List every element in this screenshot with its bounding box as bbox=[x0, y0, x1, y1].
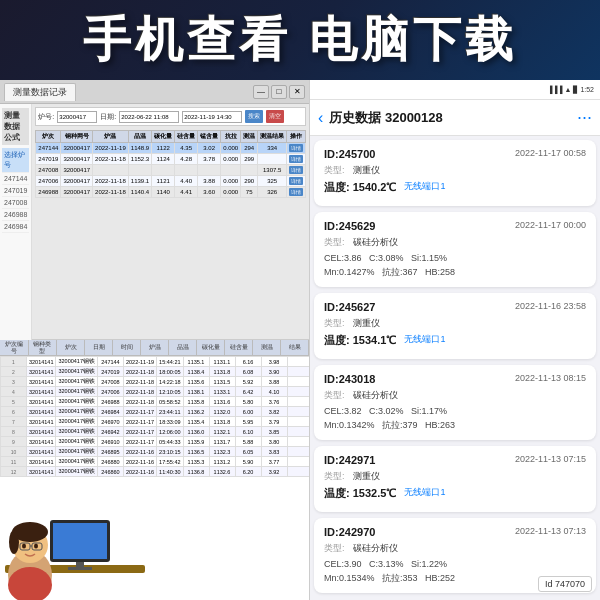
search-button[interactable]: 搜索 bbox=[245, 110, 263, 123]
record-card[interactable]: ID:2430182022-11-13 08:15类型:碳硅分析仪CEL:3.8… bbox=[314, 365, 596, 440]
sheet-row: 73201414132000417钢铁2469702022-11-1718:33… bbox=[1, 417, 310, 427]
sidebar-item-3[interactable]: 247008 bbox=[2, 197, 29, 209]
sheet-row: 93201414132000417钢铁2469102022-11-1705:44… bbox=[1, 437, 310, 447]
furnace-input[interactable] bbox=[57, 111, 97, 123]
svg-rect-2 bbox=[53, 523, 107, 559]
mobile-status-bar: ▐▐▐ ▲ ▊ 1:52 bbox=[310, 80, 600, 100]
type-value: 测重仪 bbox=[353, 470, 380, 483]
record-date: 2022-11-13 07:13 bbox=[515, 526, 586, 538]
record-date: 2022-11-17 00:00 bbox=[515, 220, 586, 232]
detail-row: 温度: 1534.1℃无线端口1 bbox=[324, 333, 586, 348]
detail-row: 温度: 1532.5℃无线端口1 bbox=[324, 486, 586, 501]
type-value: 测重仪 bbox=[353, 164, 380, 177]
record-card[interactable]: ID:2457002022-11-17 00:58类型:测重仪温度: 1540.… bbox=[314, 140, 596, 206]
type-label: 类型: bbox=[324, 542, 345, 555]
col-e: 时间 bbox=[113, 340, 141, 355]
col-f: 炉温 bbox=[141, 340, 169, 355]
back-button[interactable]: ‹ bbox=[318, 109, 323, 127]
close-btn[interactable]: ✕ bbox=[289, 85, 305, 99]
col-header-mn: 锰含量 bbox=[198, 131, 221, 143]
clear-button[interactable]: 清空 bbox=[266, 110, 284, 123]
record-type-row: 类型:测重仪 bbox=[324, 164, 586, 177]
port-value: 无线端口1 bbox=[404, 180, 445, 195]
edit-btn[interactable]: 详情 bbox=[289, 177, 303, 185]
toolbar-buttons: — □ ✕ bbox=[253, 85, 305, 99]
table-row: 247144 32000417 2022-11-19 1148.9 1122 4… bbox=[36, 143, 306, 154]
record-top-row: ID:2457002022-11-17 00:58 bbox=[324, 148, 586, 160]
temperature-value: 温度: 1532.5℃ bbox=[324, 486, 396, 501]
record-card[interactable]: ID:2456272022-11-16 23:58类型:测重仪温度: 1534.… bbox=[314, 293, 596, 359]
person-svg bbox=[0, 480, 150, 600]
type-value: 碳硅分析仪 bbox=[353, 389, 398, 402]
maximize-btn[interactable]: □ bbox=[271, 85, 287, 99]
record-id: ID:245627 bbox=[324, 301, 375, 313]
record-type-row: 类型:碳硅分析仪 bbox=[324, 389, 586, 402]
type-label: 类型: bbox=[324, 164, 345, 177]
col-header-tensile: 抗拉 bbox=[221, 131, 241, 143]
minimize-btn[interactable]: — bbox=[253, 85, 269, 99]
sheet-row: 43201414132000417钢铁2470062022-11-1812:10… bbox=[1, 387, 310, 397]
date-end-input[interactable] bbox=[182, 111, 242, 123]
sheet-row: 103201414132000417钢铁2468952022-11-1623:1… bbox=[1, 447, 310, 457]
svg-rect-3 bbox=[76, 562, 84, 567]
web-content: 测量数据公式 选择炉号 247144 247019 247008 246988 … bbox=[0, 104, 309, 340]
type-value: 碳硅分析仪 bbox=[353, 542, 398, 555]
record-card[interactable]: ID:2456292022-11-17 00:00类型:碳硅分析仪CEL:3.8… bbox=[314, 212, 596, 287]
record-id: ID:245629 bbox=[324, 220, 375, 232]
svg-point-11 bbox=[34, 544, 38, 549]
col-header-temp: 品温 bbox=[128, 131, 151, 143]
edit-btn[interactable]: 详情 bbox=[289, 144, 303, 152]
record-type-row: 类型:测重仪 bbox=[324, 470, 586, 483]
col-header-action: 操作 bbox=[287, 131, 306, 143]
record-top-row: ID:2429702022-11-13 07:13 bbox=[324, 526, 586, 538]
date-label: 日期: bbox=[100, 112, 116, 122]
record-id: ID:242970 bbox=[324, 526, 375, 538]
web-tab[interactable]: 测量数据记录 bbox=[4, 83, 76, 101]
svg-point-9 bbox=[9, 530, 19, 554]
sidebar-item-4[interactable]: 246988 bbox=[2, 209, 29, 221]
top-banner: 手机查看 电脑下载 bbox=[0, 0, 600, 80]
type-value: 碳硅分析仪 bbox=[353, 236, 398, 249]
edit-btn[interactable]: 详情 bbox=[289, 155, 303, 163]
sidebar-item-1[interactable]: 247144 bbox=[2, 173, 29, 185]
table-row: 247019 32000417 2022-11-18 1152.3 1124 4… bbox=[36, 154, 306, 165]
sheet-row: 63201414132000417钢铁2469842022-11-1723:44… bbox=[1, 407, 310, 417]
svg-rect-4 bbox=[68, 567, 92, 570]
web-main: 炉号: 日期: 搜索 清空 炉次 钢种网号 炉温 bbox=[32, 104, 309, 340]
battery-icon: ▊ bbox=[573, 86, 578, 94]
col-b: 钢种类型 bbox=[29, 340, 58, 355]
sheet-table: 13201414132000417钢铁2471442022-11-1915:44… bbox=[0, 356, 309, 477]
sidebar-item-2[interactable]: 247019 bbox=[2, 185, 29, 197]
type-label: 类型: bbox=[324, 317, 345, 330]
status-icons: ▐▐▐ ▲ ▊ 1:52 bbox=[548, 86, 594, 94]
spreadsheet-header: 炉次编号 钢种类型 炉次 日期 时间 炉温 品温 碳化量 硅含量 测温 结果 bbox=[0, 340, 309, 356]
date-start-input[interactable] bbox=[119, 111, 179, 123]
mobile-records[interactable]: ID:2457002022-11-17 00:58类型:测重仪温度: 1540.… bbox=[310, 136, 600, 600]
mobile-title: 历史数据 32000128 bbox=[329, 109, 577, 127]
sheet-row: 53201414132000417钢铁2469882022-11-1805:58… bbox=[1, 397, 310, 407]
sheet-row: 23201414132000417钢铁2470192022-11-1818:00… bbox=[1, 367, 310, 377]
more-button[interactable]: ··· bbox=[577, 107, 592, 128]
record-card[interactable]: ID:2429712022-11-13 07:15类型:测重仪温度: 1532.… bbox=[314, 446, 596, 512]
edit-btn[interactable]: 详情 bbox=[289, 166, 303, 174]
sidebar-item-5[interactable]: 246984 bbox=[2, 221, 29, 233]
record-date: 2022-11-13 08:15 bbox=[515, 373, 586, 385]
record-type-row: 类型:碳硅分析仪 bbox=[324, 236, 586, 249]
mobile-header: ‹ 历史数据 32000128 ··· bbox=[310, 100, 600, 136]
type-label: 类型: bbox=[324, 389, 345, 402]
id-badge: Id 747070 bbox=[538, 576, 592, 592]
web-toolbar: 测量数据记录 — □ ✕ bbox=[0, 80, 309, 104]
furnace-label: 炉号: bbox=[38, 112, 54, 122]
edit-btn[interactable]: 详情 bbox=[289, 188, 303, 196]
main-area: 测量数据记录 — □ ✕ 测量数据公式 选择炉号 247144 247019 2… bbox=[0, 80, 600, 600]
temperature-value: 温度: 1534.1℃ bbox=[324, 333, 396, 348]
sidebar-item-0[interactable]: 选择炉号 bbox=[2, 148, 29, 173]
web-sidebar: 测量数据公式 选择炉号 247144 247019 247008 246988 … bbox=[0, 104, 32, 340]
search-bar: 炉号: 日期: 搜索 清空 bbox=[35, 107, 306, 126]
right-panel: ▐▐▐ ▲ ▊ 1:52 ‹ 历史数据 32000128 ··· ID:2457… bbox=[310, 80, 600, 600]
record-date: 2022-11-17 00:58 bbox=[515, 148, 586, 160]
sheet-row: 83201414132000417钢铁2469422022-11-1712:06… bbox=[1, 427, 310, 437]
col-a: 炉次编号 bbox=[0, 340, 29, 355]
web-table: 炉次 钢种网号 炉温 品温 碳化量 硅含量 锰含量 抗拉 测温 测温结果 操作 bbox=[35, 130, 306, 198]
temperature-value: 温度: 1540.2℃ bbox=[324, 180, 396, 195]
